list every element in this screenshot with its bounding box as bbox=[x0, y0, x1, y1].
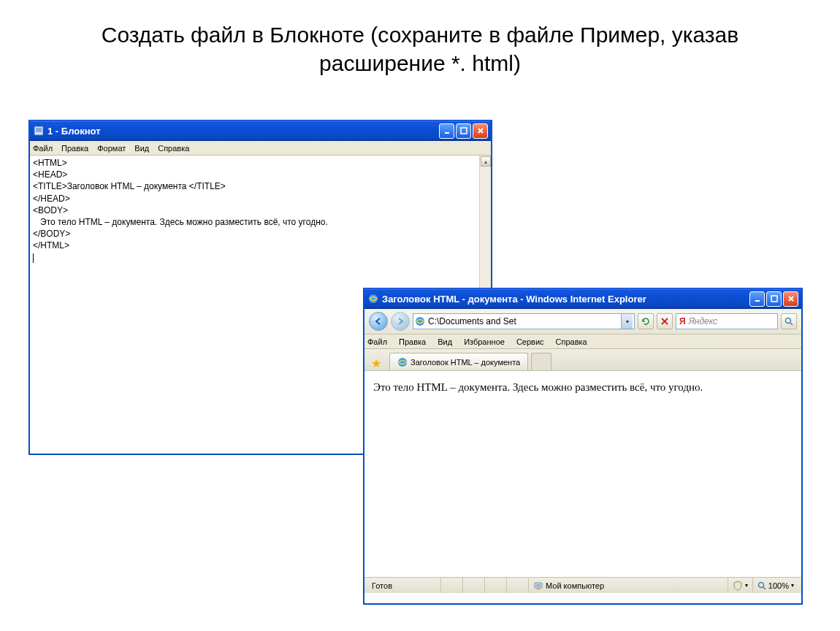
menu-tools[interactable]: Сервис bbox=[516, 337, 544, 346]
page-icon bbox=[415, 316, 425, 326]
address-text: C:\Documents and Set bbox=[428, 316, 618, 326]
menu-help[interactable]: Справка bbox=[158, 144, 189, 153]
search-placeholder: Яндекс bbox=[689, 316, 718, 326]
status-pane bbox=[484, 578, 506, 593]
svg-point-22 bbox=[758, 582, 763, 587]
tab-page-icon bbox=[397, 357, 408, 367]
svg-rect-0 bbox=[34, 126, 43, 135]
minimize-button[interactable] bbox=[439, 123, 454, 139]
status-pane bbox=[506, 578, 528, 593]
svg-rect-10 bbox=[771, 296, 777, 302]
heading-line1: Создать файл в Блокноте (сохраните в фай… bbox=[102, 23, 739, 47]
status-pane bbox=[440, 578, 462, 593]
notepad-menubar: Файл Правка Формат Вид Справка bbox=[30, 141, 491, 156]
ie-window: Заголовок HTML - документа - Windows Int… bbox=[364, 288, 802, 604]
code-line: </HTML> bbox=[33, 240, 488, 251]
heading-line2: расширение *. html) bbox=[319, 51, 521, 75]
ie-title: Заголовок HTML - документа - Windows Int… bbox=[382, 294, 749, 305]
code-line: </BODY> bbox=[33, 228, 488, 240]
menu-file[interactable]: Файл bbox=[367, 337, 387, 346]
maximize-button[interactable] bbox=[456, 123, 471, 139]
menu-file[interactable]: Файл bbox=[33, 144, 53, 153]
ie-tabstrip: ★ Заголовок HTML – документа bbox=[364, 349, 801, 371]
menu-format[interactable]: Формат bbox=[97, 144, 126, 153]
forward-button[interactable] bbox=[391, 312, 410, 331]
new-tab-button[interactable] bbox=[531, 353, 551, 370]
stop-button[interactable] bbox=[657, 313, 673, 329]
favorites-star-icon[interactable]: ★ bbox=[369, 356, 383, 370]
ie-icon bbox=[367, 293, 379, 305]
back-button[interactable] bbox=[369, 312, 388, 331]
status-zone: Мой компьютер bbox=[528, 578, 608, 593]
code-line: <HTML> bbox=[33, 157, 488, 169]
page-body-text: Это тело HTML – документа. Здесь можно р… bbox=[373, 381, 703, 393]
svg-rect-21 bbox=[537, 589, 540, 590]
caret-line bbox=[33, 252, 488, 264]
code-line: Это тело HTML – документа. Здесь можно р… bbox=[33, 216, 488, 228]
menu-view[interactable]: Вид bbox=[134, 144, 149, 153]
ie-page-body: Это тело HTML – документа. Здесь можно р… bbox=[364, 371, 801, 577]
menu-edit[interactable]: Правка bbox=[61, 144, 88, 153]
svg-rect-5 bbox=[461, 128, 467, 134]
minimize-button[interactable] bbox=[749, 291, 765, 307]
code-line: <BODY> bbox=[33, 204, 488, 216]
ie-statusbar: Готов Мой компьютер ▾ 100% ▾ bbox=[364, 577, 801, 593]
zoom-label: 100% bbox=[768, 581, 789, 590]
yandex-icon: Я bbox=[679, 316, 686, 326]
tab-label: Заголовок HTML – документа bbox=[411, 358, 520, 367]
ie-titlebar[interactable]: Заголовок HTML - документа - Windows Int… bbox=[364, 288, 801, 309]
svg-line-17 bbox=[790, 323, 793, 325]
status-pane bbox=[462, 578, 484, 593]
code-line: <HEAD> bbox=[33, 169, 488, 180]
svg-line-23 bbox=[763, 587, 765, 589]
notepad-titlebar[interactable]: 1 - Блокнот bbox=[30, 121, 491, 141]
zone-label: Мой компьютер bbox=[546, 581, 604, 590]
menu-favorites[interactable]: Избранное bbox=[464, 337, 505, 346]
svg-rect-20 bbox=[536, 584, 541, 586]
zone-icon bbox=[533, 581, 543, 591]
svg-point-16 bbox=[786, 318, 791, 324]
status-ready: Готов bbox=[367, 578, 440, 593]
address-dropdown-icon[interactable]: ▾ bbox=[621, 314, 633, 329]
menu-view[interactable]: Вид bbox=[438, 337, 452, 346]
close-button[interactable] bbox=[473, 123, 488, 139]
notepad-icon bbox=[33, 125, 45, 137]
ie-nav-toolbar: C:\Documents and Set ▾ Я Яндекс bbox=[364, 309, 801, 334]
instruction-heading: Создать файл в Блокноте (сохраните в фай… bbox=[0, 20, 840, 77]
code-line: <TITLE>Заголовок HTML – документа </TITL… bbox=[33, 180, 488, 192]
menu-help[interactable]: Справка bbox=[556, 337, 587, 346]
protected-mode-icon[interactable]: ▾ bbox=[728, 578, 752, 593]
notepad-title: 1 - Блокнот bbox=[47, 126, 439, 137]
refresh-button[interactable] bbox=[638, 313, 654, 329]
scroll-up-icon[interactable]: ▴ bbox=[481, 156, 491, 167]
zoom-control[interactable]: 100% ▾ bbox=[752, 578, 798, 593]
menu-edit[interactable]: Правка bbox=[399, 337, 426, 346]
code-line: </HEAD> bbox=[33, 193, 488, 204]
ie-menubar: Файл Правка Вид Избранное Сервис Справка bbox=[364, 334, 801, 349]
search-go-button[interactable] bbox=[781, 313, 797, 329]
address-bar[interactable]: C:\Documents and Set ▾ bbox=[413, 313, 635, 329]
browser-tab[interactable]: Заголовок HTML – документа bbox=[389, 353, 528, 370]
search-box[interactable]: Я Яндекс bbox=[676, 313, 778, 329]
maximize-button[interactable] bbox=[766, 291, 782, 307]
close-button[interactable] bbox=[783, 291, 798, 307]
